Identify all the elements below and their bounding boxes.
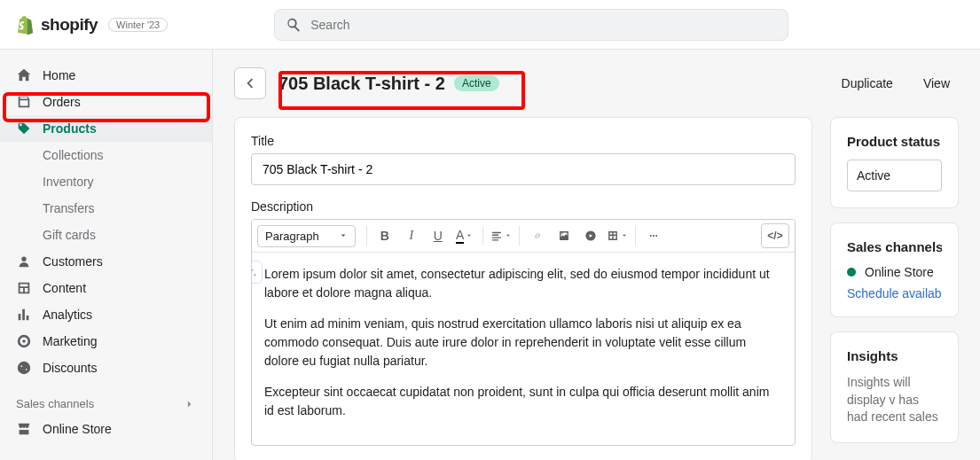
- sidebar-item-label: Transfers: [43, 201, 95, 215]
- sparkle-icon: [251, 266, 257, 278]
- underline-button[interactable]: U: [426, 223, 451, 248]
- rich-text-editor: Paragraph B I U A: [251, 219, 796, 446]
- paragraph-label: Paragraph: [265, 230, 319, 243]
- link-icon: [531, 230, 544, 242]
- logo[interactable]: shopify Winter '23: [14, 14, 168, 35]
- align-button[interactable]: [489, 223, 514, 248]
- content-icon: [16, 280, 32, 296]
- sidebar-item-label: Collections: [43, 148, 103, 162]
- sidebar-item-label: Customers: [43, 254, 103, 269]
- search-icon: [286, 17, 302, 33]
- chevron-right-icon: [184, 398, 196, 410]
- search-input[interactable]: [310, 18, 777, 32]
- bold-button[interactable]: B: [372, 223, 397, 248]
- image-icon: [558, 230, 570, 242]
- italic-button[interactable]: I: [399, 223, 424, 248]
- separator: [366, 226, 367, 246]
- sales-channels-label: Sales channels: [16, 397, 94, 410]
- paragraph-select[interactable]: Paragraph: [257, 225, 356, 247]
- status-select[interactable]: Active: [847, 160, 942, 191]
- duplicate-button[interactable]: Duplicate: [833, 71, 902, 96]
- dots-icon: [647, 230, 660, 242]
- products-icon: [16, 121, 32, 136]
- desc-paragraph: Ut enim ad minim veniam, quis nostrud ex…: [264, 315, 782, 370]
- channel-name: Online Store: [865, 265, 934, 279]
- sidebar-item-orders[interactable]: Orders: [0, 89, 212, 115]
- product-card: Title Description Paragraph: [234, 117, 812, 460]
- page-header: 705 Black T-shirt - 2 Active Duplicate V…: [234, 67, 959, 99]
- sidebar-item-label: Inventory: [43, 175, 94, 189]
- sidebar-item-inventory[interactable]: Inventory: [0, 168, 212, 195]
- description-label: Description: [251, 199, 796, 214]
- description-body[interactable]: Lorem ipsum dolor sit amet, consectetur …: [252, 253, 795, 445]
- sidebar-item-products[interactable]: Products: [0, 115, 212, 142]
- home-icon: [16, 67, 32, 83]
- marketing-icon: [16, 333, 32, 349]
- search-box[interactable]: [274, 9, 788, 41]
- sidebar-item-giftcards[interactable]: Gift cards: [0, 222, 212, 248]
- rte-toolbar: Paragraph B I U A: [252, 220, 795, 253]
- sidebar-item-collections[interactable]: Collections: [0, 142, 212, 168]
- sales-channels-header[interactable]: Sales channels: [0, 392, 212, 416]
- chevron-down-icon: [339, 231, 348, 240]
- customers-icon: [16, 253, 32, 269]
- sidebar-item-customers[interactable]: Customers: [0, 248, 212, 275]
- back-button[interactable]: [234, 67, 266, 99]
- link-button[interactable]: [525, 223, 550, 248]
- sidebar-item-label: Online Store: [43, 422, 112, 436]
- sidebar-item-online-store[interactable]: Online Store: [0, 416, 212, 442]
- video-button[interactable]: [578, 223, 603, 248]
- title-text: 705 Black T-shirt - 2: [278, 74, 445, 94]
- edition-pill[interactable]: Winter '23: [108, 18, 168, 32]
- arrow-left-icon: [242, 75, 258, 91]
- main-content: 705 Black T-shirt - 2 Active Duplicate V…: [213, 50, 980, 460]
- search-wrap: [274, 9, 788, 41]
- table-button[interactable]: [605, 223, 630, 248]
- desc-paragraph: Lorem ipsum dolor sit amet, consectetur …: [264, 265, 782, 302]
- sidebar-item-content[interactable]: Content: [0, 275, 212, 301]
- discounts-icon: [16, 360, 32, 376]
- sidebar-item-home[interactable]: Home: [0, 62, 212, 89]
- video-icon: [584, 230, 597, 242]
- view-button[interactable]: View: [914, 71, 959, 96]
- sidebar-item-analytics[interactable]: Analytics: [0, 301, 212, 328]
- separator: [519, 226, 520, 246]
- table-icon: [607, 230, 619, 242]
- separator: [482, 226, 483, 246]
- insights-card: Insights Insights will display v has had…: [830, 331, 959, 443]
- shopify-bag-icon: [14, 14, 35, 35]
- sidebar-item-transfers[interactable]: Transfers: [0, 195, 212, 222]
- sidebar-item-label: Content: [43, 281, 86, 295]
- status-dot-icon: [847, 268, 856, 277]
- channel-row: Online Store: [847, 265, 942, 279]
- sidebar-item-label: Analytics: [43, 308, 92, 322]
- store-icon: [16, 421, 32, 437]
- sidebar-item-label: Products: [43, 121, 97, 136]
- sidebar-item-label: Orders: [43, 95, 81, 109]
- schedule-link[interactable]: Schedule availabi: [847, 286, 942, 300]
- chevron-down-icon: [466, 232, 473, 239]
- text-color-button[interactable]: A: [452, 223, 477, 248]
- insights-text: Insights will display v has had recent s…: [847, 374, 942, 426]
- status-badge: Active: [454, 75, 499, 91]
- desc-paragraph: Excepteur sint occaecat cupidatat non pr…: [264, 383, 782, 420]
- sidebar-item-discounts[interactable]: Discounts: [0, 355, 212, 381]
- sidebar-item-label: Home: [43, 68, 75, 82]
- ai-assist-button[interactable]: [251, 261, 263, 284]
- sidebar: Home Orders Products Collections Invento…: [0, 50, 213, 460]
- status-value: Active: [857, 168, 890, 183]
- channels-heading: Sales channels and a: [847, 239, 942, 254]
- title-input[interactable]: [251, 153, 796, 185]
- sidebar-item-label: Marketing: [43, 334, 97, 348]
- code-view-button[interactable]: </>: [761, 223, 789, 248]
- sales-channels-card: Sales channels and a Online Store Schedu…: [830, 222, 959, 317]
- title-label: Title: [251, 134, 796, 148]
- product-status-card: Product status Active: [830, 117, 959, 208]
- sidebar-item-label: Gift cards: [43, 228, 96, 242]
- sidebar-item-marketing[interactable]: Marketing: [0, 328, 212, 355]
- chevron-down-icon: [505, 232, 512, 239]
- analytics-icon: [16, 307, 32, 323]
- insights-heading: Insights: [847, 348, 942, 363]
- more-button[interactable]: [641, 223, 666, 248]
- image-button[interactable]: [552, 223, 576, 248]
